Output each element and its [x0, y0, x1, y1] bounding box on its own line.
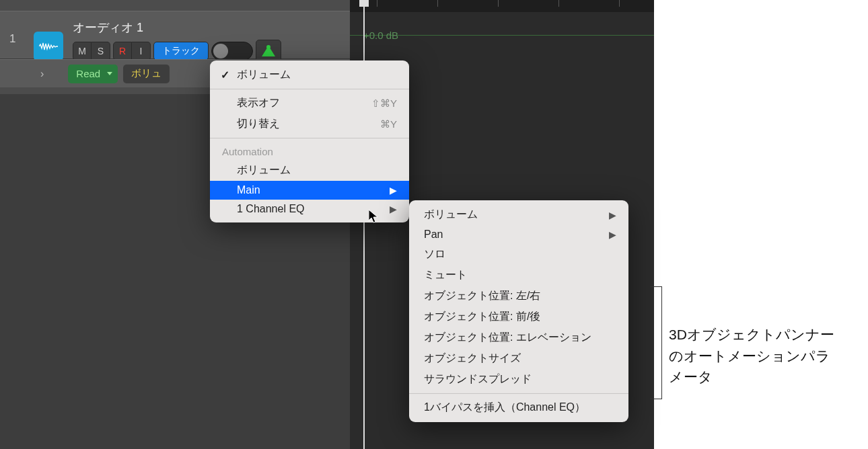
menu-section-automation: Automation	[210, 142, 409, 160]
chevron-right-icon: ▶	[390, 204, 397, 214]
menu-item-volume-checked[interactable]: ボリューム	[210, 65, 409, 85]
automation-param-menu: ボリューム 表示オフ⇧⌘Y 切り替え⌘Y Automation ボリューム Ma…	[210, 60, 409, 222]
track-stack-button[interactable]: トラック	[153, 42, 209, 60]
db-value: +0.0 dB	[363, 30, 398, 41]
svg-point-1	[266, 45, 270, 49]
submenu-item-solo[interactable]: ソロ	[409, 244, 628, 265]
submenu-item-obj-elevation[interactable]: オブジェクト位置: エレベーション	[409, 327, 628, 348]
input-monitor-button[interactable]: I	[132, 42, 151, 60]
timeline-ruler[interactable]	[350, 0, 654, 12]
automation-param-dropdown[interactable]: ボリュ	[123, 65, 170, 83]
solo-button[interactable]: S	[92, 42, 110, 60]
disclosure-icon[interactable]: ›	[40, 68, 44, 80]
submenu-item-obj-size[interactable]: オブジェクトサイズ	[409, 348, 628, 369]
record-enable-button[interactable]: R	[113, 42, 132, 60]
audio-wave-icon	[39, 42, 58, 51]
chevron-right-icon: ▶	[609, 229, 616, 240]
track-number: 1	[9, 32, 15, 46]
mute-button[interactable]: M	[73, 42, 92, 60]
submenu-item-obj-fb[interactable]: オブジェクト位置: 前/後	[409, 307, 628, 327]
submenu-item-surround-spread[interactable]: サラウンドスプレッド	[409, 369, 628, 390]
chevron-right-icon: ▶	[609, 210, 616, 220]
track-header[interactable]: オーディオ 1 M S R I トラック	[0, 11, 350, 59]
menu-item-toggle[interactable]: 切り替え⌘Y	[210, 114, 409, 134]
track-toggle[interactable]	[211, 42, 253, 60]
track-type-icon[interactable]	[34, 32, 63, 61]
annotation-bracket	[650, 286, 662, 399]
submenu-item-volume[interactable]: ボリューム▶	[409, 204, 628, 225]
submenu-item-obj-lr[interactable]: オブジェクト位置: 左/右	[409, 286, 628, 307]
cursor-icon	[369, 210, 382, 225]
track-name: オーディオ 1	[73, 19, 143, 36]
submenu-item-insert-bypass[interactable]: 1バイパスを挿入（Channel EQ）	[409, 397, 628, 418]
menu-item-automation-volume[interactable]: ボリューム	[210, 160, 409, 181]
automation-curve-icon	[260, 44, 277, 58]
menu-item-display-off[interactable]: 表示オフ⇧⌘Y	[210, 93, 409, 114]
automation-mode-dropdown[interactable]: Read	[68, 65, 118, 83]
main-submenu: ボリューム▶ Pan▶ ソロ ミュート オブジェクト位置: 左/右 オブジェクト…	[409, 200, 628, 422]
menu-item-main[interactable]: Main▶	[210, 181, 409, 200]
annotation-label: 3Dオブジェクトパンナーのオートメーションパラメータ	[669, 324, 844, 388]
submenu-item-mute[interactable]: ミュート	[409, 265, 628, 286]
submenu-item-pan[interactable]: Pan▶	[409, 225, 628, 244]
chevron-right-icon: ▶	[390, 185, 397, 196]
